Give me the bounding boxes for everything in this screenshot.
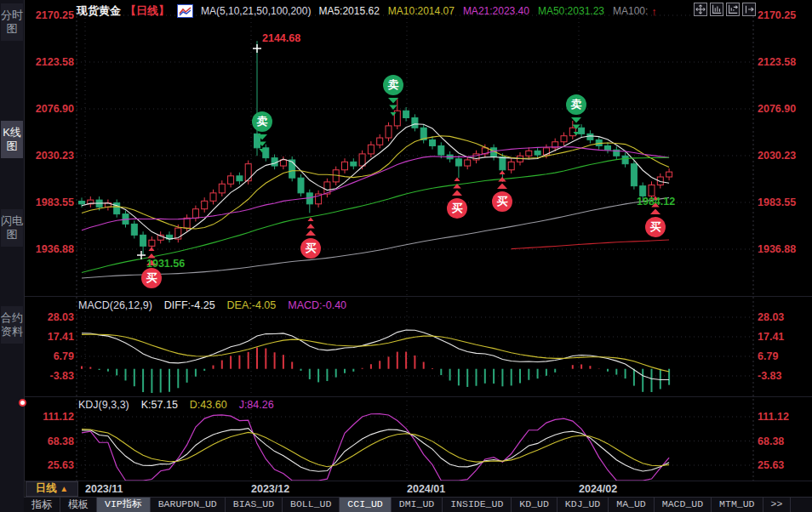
shift-right-icon[interactable] <box>742 3 756 16</box>
price-axis-label-left: 2030.23 <box>25 150 74 162</box>
macd-panel-header: MACD(26,12,9) DIFF:-4.25 DEA:-4.05 MACD:… <box>78 299 346 311</box>
period-tag: 【日线】 <box>125 3 169 19</box>
sidebar-item-3[interactable]: 合约资料 <box>1 306 23 344</box>
symbol-title: 现货黄金 <box>77 3 121 19</box>
price-annotation-0: 2144.68 <box>262 32 300 44</box>
kdj-axis-label-left: 68.38 <box>25 435 74 447</box>
sidebar-item-1[interactable]: K线图 <box>1 121 23 158</box>
indicator-tab-2[interactable]: VIP指标 <box>97 498 151 512</box>
indicator-tab-4[interactable]: BIAS_UD <box>226 498 283 512</box>
date-label-3: 2024/02 <box>579 483 617 495</box>
kdj-settings-label: KDJ(9,3,3) <box>78 399 129 411</box>
indicator-tab-10[interactable]: KDJ_UD <box>558 498 609 512</box>
indicator-tab-0[interactable]: 指标 <box>24 498 60 512</box>
price-axis-label-right: 1936.88 <box>758 243 807 255</box>
ma-value-4: MA100: <box>613 5 648 18</box>
buy-signal-badge-4: 买 <box>645 217 666 237</box>
buy-signal-badge-0: 买 <box>141 268 162 288</box>
sidebar-item-0[interactable]: 分时图 <box>1 3 23 41</box>
date-label-0: 2023/11 <box>85 483 123 495</box>
indicator-tab-8[interactable]: INSIDE_UD <box>443 498 512 512</box>
indicator-tab-bar: 指标模板VIP指标BARUPDN_UDBIAS_UDBOLL_UDCCI_UDD… <box>24 497 812 512</box>
price-axis-label-right: 2030.23 <box>758 150 807 162</box>
panel-divider <box>24 481 812 481</box>
kdj-axis-label-right: 111.12 <box>758 411 807 423</box>
kdj-axis-label-right: 68.38 <box>758 435 807 447</box>
macd-axis-label-right: 6.79 <box>758 350 807 362</box>
period-label: 日线 <box>36 482 57 494</box>
indicator-tab-9[interactable]: KD_UD <box>512 498 558 512</box>
indicator-tab-3[interactable]: BARUPDN_UD <box>151 498 226 512</box>
price-axis-label-left: 1936.88 <box>25 243 74 255</box>
price-axis-label-left: 1983.55 <box>25 196 74 208</box>
macd-diff-value: DIFF:-4.25 <box>164 299 215 311</box>
kdj-panel-header: KDJ(9,3,3) K:57.15 D:43.60 J:84.26 <box>78 399 274 411</box>
up-arrow-icon: ↑ <box>651 5 657 18</box>
ma-value-2: MA21:2023.40 <box>463 5 529 18</box>
panel-divider <box>24 396 812 397</box>
indicator-tab-11[interactable]: MA_UD <box>609 498 655 512</box>
kdj-j-value: J:84.26 <box>239 399 274 411</box>
sidebar-item-2[interactable]: 闪电图 <box>1 209 23 247</box>
price-axis-label-left: 2076.90 <box>25 103 74 115</box>
ma-value-0: MA5:2015.62 <box>318 5 379 18</box>
macd-axis-label-right: 17.41 <box>758 331 807 343</box>
price-axis-label-right: 1983.55 <box>758 196 807 208</box>
macd-axis-label-left: 17.41 <box>25 331 74 343</box>
line-chart-icon <box>177 4 193 18</box>
price-chart-plot[interactable] <box>0 0 812 512</box>
kdj-k-value: K:57.15 <box>141 399 178 411</box>
buy-signal-badge-1: 买 <box>300 238 321 259</box>
indicator-tab-12[interactable]: MACD_UD <box>655 498 712 512</box>
indicator-dot-icon <box>19 399 26 407</box>
sell-signal-badge-1: 卖 <box>383 75 403 95</box>
left-sidebar: 分时图K线图闪电图合约资料 <box>0 0 25 512</box>
chart-axis-icon[interactable] <box>710 3 723 16</box>
price-axis-label-right: 2076.90 <box>758 103 807 115</box>
trading-app-window: 分时图K线图闪电图合约资料 现货黄金 【日线】 MA(5,10,21,50,10… <box>0 0 812 512</box>
macd-axis-label-right: 28.03 <box>758 311 807 323</box>
ma-values: MA5:2015.62MA10:2014.07MA21:2023.40MA50:… <box>318 5 656 18</box>
ma-value-3: MA50:2031.23 <box>538 5 604 18</box>
kdj-axis-label-right: 25.63 <box>758 459 807 471</box>
period-selector[interactable]: 日线 ▲ <box>26 481 78 497</box>
buy-signal-badge-2: 买 <box>447 198 467 219</box>
indicator-tab-14[interactable]: >> <box>763 498 792 512</box>
date-label-1: 2023/12 <box>251 483 289 495</box>
kdj-axis-label-left: 111.12 <box>25 411 74 423</box>
price-axis-label-right: 2123.58 <box>758 56 807 68</box>
macd-axis-label-left: 28.03 <box>25 311 74 323</box>
indicator-tab-6[interactable]: CCI_UD <box>340 498 391 512</box>
indicator-tab-1[interactable]: 模板 <box>60 498 97 512</box>
indicator-tab-5[interactable]: BOLL_UD <box>283 498 340 512</box>
move-icon[interactable] <box>694 3 707 16</box>
price-annotation-2: 1984.12 <box>637 196 675 208</box>
kdj-d-value: D:43.60 <box>190 399 227 411</box>
macd-dea-value: DEA:-4.05 <box>227 299 277 311</box>
triangle-up-icon: ▲ <box>60 484 68 493</box>
indicator-tab-7[interactable]: DMI_UD <box>392 498 443 512</box>
ma-settings-label: MA(5,10,21,50,100,200) <box>201 5 311 17</box>
ma-value-1: MA10:2014.07 <box>388 5 455 18</box>
date-label-2: 2024/01 <box>407 483 445 495</box>
indicator-tab-13[interactable]: MTM_UD <box>712 498 763 512</box>
buy-signal-badge-3: 买 <box>492 191 512 212</box>
macd-axis-label-left: 6.79 <box>25 350 74 362</box>
chart-pan-icon[interactable] <box>726 3 740 16</box>
macd-axis-label-left: -3.83 <box>25 370 74 382</box>
macd-settings-label: MACD(26,12,9) <box>78 299 152 311</box>
sell-signal-badge-0: 卖 <box>252 111 272 132</box>
macd-axis-label-right: -3.83 <box>758 370 807 382</box>
kdj-axis-label-left: 25.63 <box>25 459 74 471</box>
price-axis-label-left: 2123.58 <box>25 56 74 68</box>
sell-signal-badge-2: 卖 <box>566 94 586 115</box>
chart-toolbar <box>694 3 756 16</box>
macd-hist-value: MACD:-0.40 <box>288 299 346 311</box>
panel-divider <box>24 296 812 297</box>
